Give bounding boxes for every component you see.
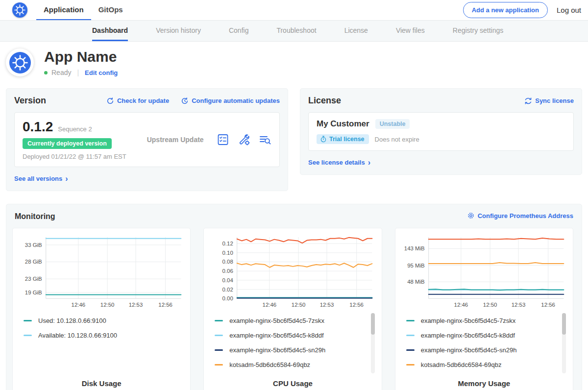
legend-swatch (24, 320, 32, 321)
top-nav-tabs: Application GitOps (36, 0, 130, 20)
disk-usage-legend: Used: 10.128.0.66:9100Available: 10.128.… (19, 312, 184, 376)
top-nav: Application GitOps Add a new application… (0, 0, 588, 21)
app-logo (6, 49, 34, 76)
memory-usage-card: 48 MiB95 MiB143 MiB12:4612:5012:5312:56 … (395, 228, 573, 390)
chevron-right-icon: › (368, 159, 370, 167)
svg-text:0.02: 0.02 (222, 287, 233, 292)
legend-item: Used: 10.128.0.66:9100 (24, 317, 182, 324)
logout-button[interactable]: Log out (557, 6, 581, 14)
chart-title: Memory Usage (401, 376, 567, 390)
tab-version-history[interactable]: Version history (156, 21, 201, 41)
stopwatch-icon (320, 136, 327, 143)
tab-gitops[interactable]: GitOps (91, 0, 130, 20)
legend-label: example-nginx-5bc6f5d4c5-7zskx (229, 317, 324, 324)
tab-view-files[interactable]: View files (396, 21, 425, 41)
legend-item: example-nginx-5bc6f5d4c5-k8ddf (215, 332, 373, 339)
legend-swatch (215, 335, 223, 336)
tab-troubleshoot[interactable]: Troubleshoot (276, 21, 316, 41)
legend-item: Available: 10.128.0.66:9100 (24, 332, 182, 339)
monitoring-card: Monitoring Configure Prometheus Address … (6, 204, 582, 390)
svg-text:95 MiB: 95 MiB (407, 263, 425, 268)
tab-license[interactable]: License (344, 21, 368, 41)
monitoring-title: Monitoring (15, 212, 55, 221)
legend-label: kotsadm-5db6dc6584-69qbz (421, 361, 502, 368)
version-source-label: Upstream Update (147, 136, 204, 144)
svg-text:12:46: 12:46 (72, 302, 86, 308)
svg-text:12:53: 12:53 (511, 302, 525, 308)
svg-text:143 MiB: 143 MiB (404, 245, 424, 251)
memory-usage-legend: example-nginx-5bc6f5d4c5-7zskxexample-ng… (401, 312, 567, 376)
svg-text:12:56: 12:56 (158, 302, 172, 308)
chart-title: CPU Usage (210, 376, 375, 390)
divider: | (75, 69, 81, 76)
deployed-timestamp: Deployed 01/21/22 @ 11:57 am EST (23, 153, 126, 160)
preflight-checks-icon[interactable] (217, 133, 229, 146)
tab-dashboard[interactable]: Dashboard (92, 21, 128, 41)
legend-label: kotsadm-5db6dc6584-69qbz (229, 361, 310, 368)
svg-text:33 GiB: 33 GiB (25, 242, 42, 248)
app-sub-nav: Dashboard Version history Config Trouble… (0, 21, 588, 42)
license-expiry: Does not expire (375, 136, 419, 143)
version-number: 0.1.2 (23, 119, 53, 135)
tab-application[interactable]: Application (36, 0, 91, 20)
legend-item: kotsadm-5db6dc6584-69qbz (215, 361, 373, 368)
gear-icon (467, 212, 475, 219)
svg-text:12:50: 12:50 (100, 302, 115, 308)
svg-text:12:46: 12:46 (263, 302, 277, 308)
svg-text:0.00: 0.00 (222, 295, 233, 301)
configure-auto-updates-link[interactable]: Configure automatic updates (181, 97, 280, 105)
edit-config-wrench-icon[interactable] (238, 133, 250, 146)
status-dot (44, 71, 48, 74)
svg-text:12:56: 12:56 (541, 302, 555, 308)
legend-swatch (406, 349, 415, 351)
version-card-title: Version (14, 96, 46, 106)
configure-prometheus-link[interactable]: Configure Prometheus Address (467, 212, 573, 219)
legend-item: example-nginx-5bc6f5d4c5-k8ddf (406, 332, 565, 339)
deployed-badge: Currently deployed version (23, 138, 112, 149)
tab-registry-settings[interactable]: Registry settings (453, 21, 503, 41)
legend-swatch (215, 320, 223, 321)
svg-text:12:46: 12:46 (454, 302, 468, 308)
svg-text:12:50: 12:50 (292, 302, 306, 308)
see-all-versions-link[interactable]: See all versions› (14, 175, 68, 183)
legend-label: example-nginx-5bc6f5d4c5-7zskx (421, 317, 516, 324)
tab-config[interactable]: Config (229, 21, 248, 41)
legend-swatch (215, 349, 223, 351)
chart-title: Disk Usage (19, 376, 184, 390)
legend-scrollbar-thumb[interactable] (562, 313, 566, 335)
cpu-usage-legend: example-nginx-5bc6f5d4c5-7zskxexample-ng… (210, 312, 375, 376)
legend-item: example-nginx-5bc6f5d4c5-sn29h (215, 346, 373, 354)
sync-icon (524, 97, 532, 105)
view-diff-icon[interactable] (259, 133, 271, 146)
sync-license-link[interactable]: Sync license (524, 97, 574, 105)
legend-item: example-nginx-5bc6f5d4c5-7zskx (215, 317, 373, 324)
license-details-row: My Customer Unstable Trial license Does … (308, 112, 574, 151)
legend-label: Used: 10.128.0.66:9100 (38, 317, 106, 324)
clock-refresh-icon (181, 97, 189, 105)
license-card: License Sync license My Cust (300, 88, 582, 175)
legend-swatch (215, 364, 223, 366)
legend-swatch (406, 364, 415, 366)
svg-text:12:56: 12:56 (350, 302, 364, 308)
check-for-update-link[interactable]: Check for update (106, 97, 169, 105)
svg-text:12:53: 12:53 (320, 302, 334, 308)
legend-swatch (24, 335, 32, 336)
legend-scrollbar-thumb[interactable] (371, 313, 375, 335)
svg-text:28 GiB: 28 GiB (25, 259, 42, 265)
edit-config-link[interactable]: Edit config (85, 69, 118, 76)
legend-scrollbar (371, 313, 375, 373)
refresh-icon (106, 97, 114, 105)
svg-text:0.04: 0.04 (222, 277, 234, 283)
channel-badge: Unstable (375, 119, 410, 129)
kubernetes-logo-icon[interactable] (12, 2, 27, 18)
svg-text:12:53: 12:53 (129, 302, 143, 308)
svg-text:23 GiB: 23 GiB (25, 276, 42, 282)
version-card: Version Check for update (6, 88, 288, 191)
see-license-details-link[interactable]: See license details› (308, 159, 370, 167)
license-type-badge: Trial license (317, 134, 369, 144)
legend-label: example-nginx-5bc6f5d4c5-k8ddf (421, 332, 515, 339)
add-application-button[interactable]: Add a new application (463, 2, 548, 18)
legend-label: Available: 10.128.0.66:9100 (38, 332, 117, 339)
legend-item: kotsadm-5db6dc6584-69qbz (406, 361, 565, 368)
disk-usage-chart: 19 GiB23 GiB28 GiB33 GiB12:4612:5012:531… (19, 233, 184, 312)
